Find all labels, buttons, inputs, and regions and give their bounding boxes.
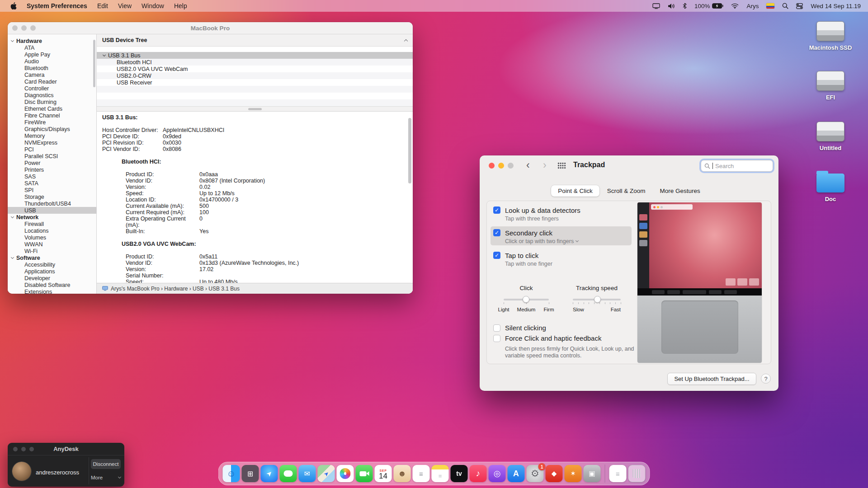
option-tap-to-click[interactable]: ✓Tap to clickTap with one finger: [493, 252, 552, 267]
dock-icon-music[interactable]: ♪: [470, 465, 487, 482]
dock-icon-mail[interactable]: ✉: [299, 465, 316, 482]
sidebar-item-sata[interactable]: SATA: [8, 180, 96, 187]
anydesk-titlebar[interactable]: AnyDesk: [8, 443, 124, 455]
sidebar-item-parallel-scsi[interactable]: Parallel SCSI: [8, 153, 96, 160]
sidebar-item-audio[interactable]: Audio: [8, 58, 96, 65]
sidebar-item-wwan[interactable]: WWAN: [8, 241, 96, 248]
sidebar-item-developer[interactable]: Developer: [8, 275, 96, 282]
tab-point-click[interactable]: Point & Click: [551, 185, 599, 197]
close-button[interactable]: [489, 163, 495, 169]
close-button[interactable]: [13, 447, 18, 451]
sidebar-item-wi-fi[interactable]: Wi-Fi: [8, 248, 96, 254]
sidebar-item-disabled-software[interactable]: Disabled Software: [8, 282, 96, 288]
tab-scroll-zoom[interactable]: Scroll & Zoom: [600, 185, 652, 197]
tree-row-usb2-0-crw[interactable]: USB2.0-CRW: [97, 72, 413, 79]
dock-icon-podcasts[interactable]: ◎: [489, 465, 506, 482]
close-button[interactable]: [12, 25, 18, 31]
sidebar-item-locations[interactable]: Locations: [8, 227, 96, 234]
sidebar-item-apple-pay[interactable]: Apple Pay: [8, 51, 96, 58]
pane-splitter[interactable]: [97, 106, 413, 112]
dock-icon-messages[interactable]: [280, 465, 297, 482]
sidebar-item-sas[interactable]: SAS: [8, 173, 96, 180]
forward-button[interactable]: ›: [543, 159, 547, 171]
sidebar-item-spi[interactable]: SPI: [8, 187, 96, 193]
click-pressure-slider[interactable]: Click LightMediumFirm: [504, 285, 549, 312]
dock-icon-gray-app[interactable]: ▣: [584, 465, 601, 482]
details-scrollbar[interactable]: [408, 118, 411, 183]
sidebar-item-storage[interactable]: Storage: [8, 193, 96, 200]
volume-icon[interactable]: [668, 3, 675, 9]
checkbox-tap-to-click[interactable]: ✓: [493, 252, 500, 259]
collapse-chevron-icon[interactable]: [404, 39, 408, 42]
display-status-icon[interactable]: [652, 3, 660, 9]
menu-view[interactable]: View: [118, 2, 132, 9]
control-center-icon[interactable]: [796, 3, 803, 9]
username-status[interactable]: Arys: [746, 3, 759, 9]
checkbox-secondary-click[interactable]: ✓: [493, 229, 500, 236]
option-secondary-click[interactable]: ✓Secondary clickClick or tap with two fi…: [493, 229, 578, 244]
sidebar-item-nvmexpress[interactable]: NVMExpress: [8, 139, 96, 146]
sidebar-item-controller[interactable]: Controller: [8, 85, 96, 92]
sidebar-item-bluetooth[interactable]: Bluetooth: [8, 65, 96, 71]
sidebar-item-ethernet-cards[interactable]: Ethernet Cards: [8, 105, 96, 112]
dock-icon-document[interactable]: ≡: [609, 465, 627, 482]
disclosure-chevron-icon[interactable]: [103, 53, 106, 56]
dock-icon-trash[interactable]: [628, 465, 646, 482]
disconnect-button[interactable]: Disconnect: [91, 459, 121, 469]
sidebar-item-volumes[interactable]: Volumes: [8, 234, 96, 241]
desktop-icon-untitled[interactable]: Untitled: [801, 122, 860, 151]
spotlight-icon[interactable]: [782, 3, 788, 9]
menu-window[interactable]: Window: [142, 2, 164, 9]
sidebar-item-printers[interactable]: Printers: [8, 166, 96, 173]
sidebar-item-memory[interactable]: Memory: [8, 132, 96, 139]
sidebar-item-accessibility[interactable]: Accessibility: [8, 261, 96, 268]
zoom-button[interactable]: [29, 447, 34, 451]
sidebar-item-thunderbolt-usb4[interactable]: Thunderbolt/USB4: [8, 200, 96, 207]
setup-bluetooth-trackpad-button[interactable]: Set Up Bluetooth Trackpad...: [667, 373, 756, 385]
sidebar-item-diagnostics[interactable]: Diagnostics: [8, 92, 96, 99]
sidebar-item-applications[interactable]: Applications: [8, 268, 96, 275]
dock-icon-system-preferences[interactable]: ⚙1: [527, 465, 544, 482]
sidebar-item-ata[interactable]: ATA: [8, 44, 96, 51]
search-input[interactable]: Search: [701, 160, 773, 172]
sidebar-item-pci[interactable]: PCI: [8, 146, 96, 153]
dock-icon-notes[interactable]: ≡: [432, 465, 449, 482]
dock-icon-facetime[interactable]: [356, 465, 373, 482]
sidebar-section-hardware[interactable]: Hardware: [8, 38, 96, 44]
slider-thumb[interactable]: [523, 296, 529, 303]
sidebar-item-power[interactable]: Power: [8, 160, 96, 166]
force-click-checkbox[interactable]: [493, 335, 500, 342]
dock-icon-launchpad[interactable]: ⊞: [242, 465, 259, 482]
sidebar-scrollbar[interactable]: [93, 40, 95, 87]
dock-icon-orange-app[interactable]: ✶: [565, 465, 582, 482]
tree-row-usb-receiver[interactable]: USB Receiver: [97, 79, 413, 86]
tree-row-usb-3-1-bus[interactable]: USB 3.1 Bus: [97, 52, 413, 59]
sidebar-item-usb[interactable]: USB: [8, 207, 96, 214]
back-button[interactable]: ‹: [526, 159, 530, 171]
menu-edit[interactable]: Edit: [97, 2, 108, 9]
system-information-titlebar[interactable]: MacBook Pro: [8, 22, 413, 34]
desktop-icon-efi[interactable]: EFI: [801, 71, 860, 101]
menu-help[interactable]: Help: [174, 2, 187, 9]
sidebar-item-camera[interactable]: Camera: [8, 71, 96, 78]
silent-clicking-option[interactable]: Silent clicking: [493, 324, 546, 332]
battery-status[interactable]: 100%: [694, 3, 724, 9]
tree-row-bluetooth-hci[interactable]: Bluetooth HCI: [97, 59, 413, 66]
sidebar-item-fibre-channel[interactable]: Fibre Channel: [8, 112, 96, 119]
usb-device-tree-header[interactable]: USB Device Tree: [97, 34, 413, 47]
input-source-flag-icon[interactable]: [766, 3, 774, 9]
dock-icon-tv[interactable]: tv: [451, 465, 468, 482]
zoom-button[interactable]: [508, 163, 514, 169]
more-button[interactable]: More: [91, 473, 121, 483]
tab-more-gestures[interactable]: More Gestures: [653, 185, 707, 197]
wifi-icon[interactable]: [731, 3, 739, 9]
minimize-button[interactable]: [21, 25, 27, 31]
minimize-button[interactable]: [21, 447, 26, 451]
sidebar-item-graphics-displays[interactable]: Graphics/Displays: [8, 126, 96, 132]
sidebar-item-card-reader[interactable]: Card Reader: [8, 78, 96, 85]
silent-clicking-checkbox[interactable]: [493, 324, 500, 332]
sidebar-item-extensions[interactable]: Extensions: [8, 288, 96, 294]
bluetooth-icon[interactable]: [683, 3, 687, 9]
sidebar-item-disc-burning[interactable]: Disc Burning: [8, 99, 96, 105]
clock[interactable]: Wed 14 Sep 11.19: [811, 3, 861, 9]
